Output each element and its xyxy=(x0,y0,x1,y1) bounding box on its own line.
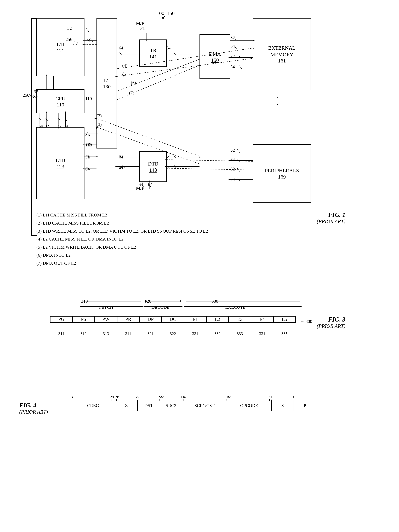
num-332: 332 xyxy=(206,329,229,336)
svg-line-48 xyxy=(57,118,60,120)
stage-pg: PG xyxy=(50,316,72,322)
ext-mem-label: EXTERNALMEMORY xyxy=(268,44,296,58)
wire-32-l1d2: 32 xyxy=(85,154,90,160)
field-creg: CREG xyxy=(71,400,115,411)
svg-text:12: 12 xyxy=(227,395,231,399)
svg-line-107 xyxy=(117,65,200,100)
fig1-legend: (1) L1I CACHE MISS FILL FROM L2 (2) L1D … xyxy=(36,211,208,267)
svg-text:0: 0 xyxy=(293,395,295,399)
dtb-num: 143 xyxy=(149,167,157,173)
fig4-section: FIG. 4 (PRIOR ART) CREG Z DST SRC2 SCR1/… xyxy=(19,381,380,436)
stage-ps: PS xyxy=(72,316,95,322)
dtb-block: DTB 143 xyxy=(139,151,167,182)
svg-line-6 xyxy=(89,39,91,42)
wire-32-dma-em2: 32 xyxy=(230,54,235,59)
dma-block: DMA 150 xyxy=(200,34,230,79)
svg-marker-111 xyxy=(95,118,96,119)
svg-line-51 xyxy=(64,119,67,121)
legend-3: (3) L1D WRITE MISS TO L2, OR L1D VICTIM … xyxy=(36,227,208,235)
label-300-arrow: ← 300 xyxy=(300,319,312,324)
wire-32-cpu1: 32 xyxy=(34,89,38,95)
svg-text:FETCH: FETCH xyxy=(99,305,113,310)
svg-text:17: 17 xyxy=(182,395,186,399)
svg-line-42 xyxy=(38,118,42,120)
label-330: 330 xyxy=(211,299,218,304)
dma-label: DMA xyxy=(209,51,221,57)
svg-line-73 xyxy=(174,155,176,159)
fig1-diagram: 150 100 ↙ L1I 121 L2 130 CPU 110 L1D 123… xyxy=(19,10,380,288)
stage-e4: E4 xyxy=(251,316,273,322)
wire-64-tr-dma: 64 xyxy=(166,45,171,51)
wire-64-dtb-l: 64 xyxy=(119,165,123,170)
l2-label: L2 xyxy=(104,77,109,84)
legend-1: (1) L1I CACHE MISS FILL FROM L2 xyxy=(36,211,208,219)
cpu-num: 110 xyxy=(57,102,64,108)
field-opcode: OPCODE xyxy=(227,400,272,411)
dma-num: 150 xyxy=(211,57,219,63)
wire-64-below-cpu2: 64 xyxy=(63,124,68,129)
wire-64-dtb-r2: 64 xyxy=(166,165,171,170)
svg-line-94 xyxy=(237,178,240,181)
svg-text:2: 2 xyxy=(268,395,270,399)
svg-line-21 xyxy=(235,46,237,50)
stage-e1: E1 xyxy=(184,316,206,322)
wire-64-peri2: 64 xyxy=(230,177,235,182)
svg-line-85 xyxy=(237,149,240,153)
stage-dp: DP xyxy=(139,316,162,322)
svg-marker-72 xyxy=(200,157,202,158)
svg-text:13: 13 xyxy=(225,395,229,399)
svg-marker-93 xyxy=(228,179,230,180)
svg-marker-133 xyxy=(181,306,183,307)
svg-text:(7): (7) xyxy=(129,90,134,95)
stage-dc: DC xyxy=(162,316,184,322)
field-p: P xyxy=(294,400,316,411)
fig3-prior-art: (PRIOR ART) xyxy=(317,323,345,329)
ext-mem-num: 161 xyxy=(278,58,286,64)
num-335: 335 xyxy=(273,329,296,336)
ref-110: 110 xyxy=(85,96,92,101)
dtb-label: DTB xyxy=(148,160,158,167)
ellipsis-dots: ·· xyxy=(277,95,279,108)
fig1-label: FIG. 1 xyxy=(317,211,345,218)
num-313: 313 xyxy=(95,329,117,336)
svg-line-15 xyxy=(174,52,176,56)
stage-nums-row: 311 312 313 314 321 322 331 332 333 334 … xyxy=(50,329,296,336)
svg-text:28: 28 xyxy=(115,395,119,399)
stage-pw: PW xyxy=(95,316,117,322)
stage-e5: E5 xyxy=(273,316,296,322)
field-z: Z xyxy=(115,400,138,411)
arrow-down-100: ↙ xyxy=(162,15,165,20)
wire-64-dma-em2: 64 xyxy=(230,64,235,70)
svg-text:18: 18 xyxy=(181,395,185,399)
stage-e2: E2 xyxy=(206,316,229,322)
svg-line-12 xyxy=(120,52,122,56)
peripherals-block: PERIPHERALS 169 xyxy=(253,144,311,203)
num-314: 314 xyxy=(117,329,139,336)
wire-64-dtb-bot1: 64 xyxy=(139,182,143,187)
svg-text:1: 1 xyxy=(270,395,272,399)
svg-marker-129 xyxy=(141,306,143,307)
svg-line-91 xyxy=(237,168,240,172)
l1d-num: 123 xyxy=(57,164,64,169)
svg-marker-132 xyxy=(143,306,146,307)
wire-256-cpu: 256 xyxy=(23,93,29,98)
svg-text:EXECUTE: EXECUTE xyxy=(225,305,246,310)
legend-7: (7) DMA OUT OF L2 xyxy=(36,260,208,267)
wire-32-peri1: 32 xyxy=(230,148,235,153)
fig4-prior-art: (PRIOR ART) xyxy=(19,409,48,415)
mp-top-label: M/P xyxy=(136,21,144,26)
svg-marker-60 xyxy=(96,156,99,157)
svg-line-24 xyxy=(239,56,241,59)
stage-pr: PR xyxy=(117,316,139,322)
svg-marker-137 xyxy=(300,306,302,307)
num-322: 322 xyxy=(162,329,184,336)
peripherals-num: 169 xyxy=(278,174,286,180)
svg-text:29: 29 xyxy=(110,395,114,399)
fig1-label-area: FIG. 1 (PRIOR ART) xyxy=(317,211,345,224)
wire-64-below-cpu1: 64 xyxy=(38,124,43,129)
ext-mem-block: EXTERNALMEMORY 161 xyxy=(253,18,311,90)
l1i-num: 121 xyxy=(57,48,64,54)
svg-text:(5): (5) xyxy=(122,72,127,76)
wire-256-l1i-l2: 256 xyxy=(66,37,72,42)
num-331: 331 xyxy=(184,329,206,336)
